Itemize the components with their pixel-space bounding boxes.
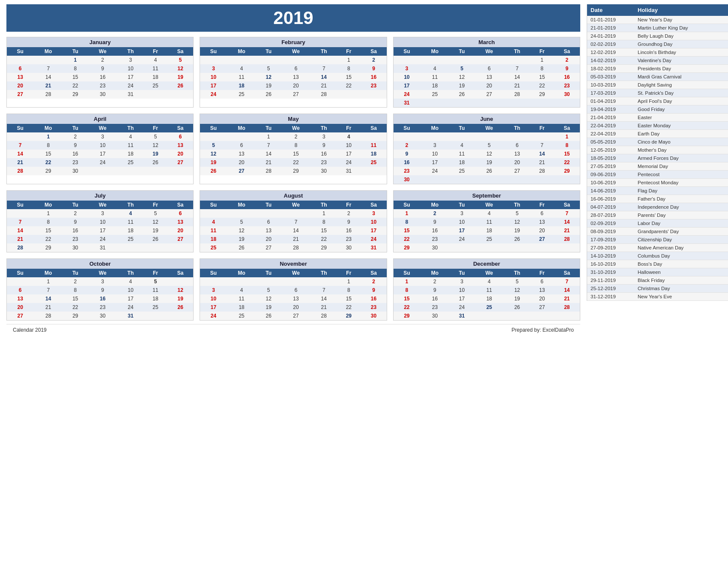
- calendar-day: 17: [420, 158, 450, 167]
- calendar-day: 5: [143, 277, 167, 286]
- calendar-day: 30: [420, 312, 450, 320]
- weekday-header: Su: [200, 47, 227, 56]
- calendar-day: 7: [7, 141, 33, 150]
- calendar-day: [504, 56, 530, 64]
- calendar-day: 9: [63, 218, 87, 226]
- holiday-name: Independence Day: [634, 203, 683, 211]
- calendar-day: 9: [88, 64, 118, 73]
- weekday-header: Th: [118, 201, 143, 209]
- calendar-day: 6: [227, 141, 257, 150]
- calendar-section: 2019 JanuarySuMoTuWeThFrSa12345678910111…: [0, 0, 587, 340]
- weekday-header: Mo: [420, 124, 450, 132]
- months-grid: JanuarySuMoTuWeThFrSa1234567891011121314…: [6, 37, 580, 321]
- calendar-day: 3: [311, 132, 337, 141]
- calendar-day: 14: [7, 226, 33, 235]
- calendar-day: 18: [474, 226, 504, 235]
- calendar-day: [530, 175, 554, 184]
- calendar-day: 24: [337, 158, 361, 167]
- year-header: 2019: [6, 4, 580, 32]
- weekday-header: Mo: [33, 47, 63, 56]
- weekday-header: Th: [311, 124, 337, 132]
- weekday-header: Mo: [227, 269, 257, 277]
- holiday-name: Armed Forces Day: [634, 154, 682, 162]
- calendar-day: 14: [530, 150, 554, 158]
- calendar-day: 3: [88, 209, 118, 218]
- weekday-header: We: [474, 124, 504, 132]
- calendar-day: 7: [504, 64, 530, 73]
- calendar-day: 28: [7, 167, 33, 175]
- weekday-header: Su: [200, 201, 227, 209]
- calendar-day: 27: [167, 235, 193, 243]
- weekday-header: Tu: [450, 201, 474, 209]
- calendar-day: 1: [311, 209, 337, 218]
- calendar-day: 6: [167, 209, 193, 218]
- calendar-day: [167, 243, 193, 252]
- calendar-day: 18: [143, 73, 167, 81]
- calendar-day: 25: [143, 81, 167, 90]
- weekday-header: Sa: [167, 269, 193, 277]
- calendar-day: [257, 209, 281, 218]
- calendar-day: 4: [227, 64, 257, 73]
- holiday-row: 17-09-2019Citizenship Day: [587, 236, 728, 244]
- calendar-day: 19: [167, 73, 193, 81]
- calendar-day: 5: [167, 56, 193, 64]
- month-title: December: [394, 259, 580, 269]
- holiday-row: 14-10-2019Columbus Day: [587, 252, 728, 260]
- calendar-day: [143, 312, 167, 320]
- calendar-day: 1: [33, 132, 63, 141]
- calendar-day: 11: [118, 218, 143, 226]
- weekday-header: Sa: [167, 47, 193, 56]
- calendar-day: 23: [311, 158, 337, 167]
- calendar-day: 29: [394, 243, 420, 252]
- calendar-day: 30: [394, 175, 420, 184]
- calendar-day: 23: [337, 235, 361, 243]
- weekday-header: Sa: [554, 47, 580, 56]
- calendar-day: 24: [394, 90, 420, 99]
- weekday-header: We: [474, 269, 504, 277]
- calendar-day: 10: [361, 218, 386, 226]
- calendar-day: 19: [450, 81, 474, 90]
- calendar-day: 24: [88, 158, 118, 167]
- calendar-day: 3: [118, 56, 143, 64]
- weekday-header: Mo: [420, 269, 450, 277]
- weekday-header: We: [88, 201, 118, 209]
- calendar-day: [504, 132, 530, 141]
- calendar-day: 12: [200, 150, 227, 158]
- weekday-header: Fr: [337, 47, 361, 56]
- month-table: SuMoTuWeThFrSa12345678910111213141516171…: [200, 201, 386, 252]
- month-title: April: [7, 114, 193, 124]
- weekday-header: Su: [200, 269, 227, 277]
- month-title: August: [200, 191, 386, 201]
- weekday-header: Su: [394, 269, 420, 277]
- weekday-header: Tu: [257, 124, 281, 132]
- calendar-day: 3: [450, 209, 474, 218]
- calendar-day: 22: [337, 81, 361, 90]
- calendar-day: 11: [450, 150, 474, 158]
- holiday-name: Easter Monday: [634, 122, 674, 129]
- calendar-day: [257, 277, 281, 286]
- weekday-header: We: [88, 124, 118, 132]
- holiday-name: Boss's Day: [634, 260, 665, 268]
- calendar-day: 31: [118, 312, 143, 320]
- calendar-day: 25: [474, 303, 504, 312]
- weekday-header: Th: [118, 47, 143, 56]
- calendar-day: 10: [337, 141, 361, 150]
- calendar-day: 22: [281, 158, 311, 167]
- calendar-day: 30: [63, 243, 87, 252]
- calendar-day: 6: [281, 286, 311, 294]
- holiday-row: 04-07-2019Independence Day: [587, 203, 728, 211]
- calendar-day: 7: [311, 286, 337, 294]
- calendar-day: [257, 56, 281, 64]
- calendar-day: [167, 167, 193, 175]
- calendar-day: 22: [63, 81, 87, 90]
- holiday-row: 28-07-2019Parents' Day: [587, 211, 728, 219]
- calendar-day: [474, 243, 504, 252]
- calendar-day: 14: [504, 73, 530, 81]
- holiday-date: 27-05-2019: [587, 162, 634, 170]
- calendar-day: 25: [450, 167, 474, 175]
- weekday-header: Tu: [257, 47, 281, 56]
- calendar-day: 19: [143, 150, 167, 158]
- weekday-header: Tu: [63, 269, 87, 277]
- calendar-day: [554, 175, 580, 184]
- calendar-day: 17: [337, 150, 361, 158]
